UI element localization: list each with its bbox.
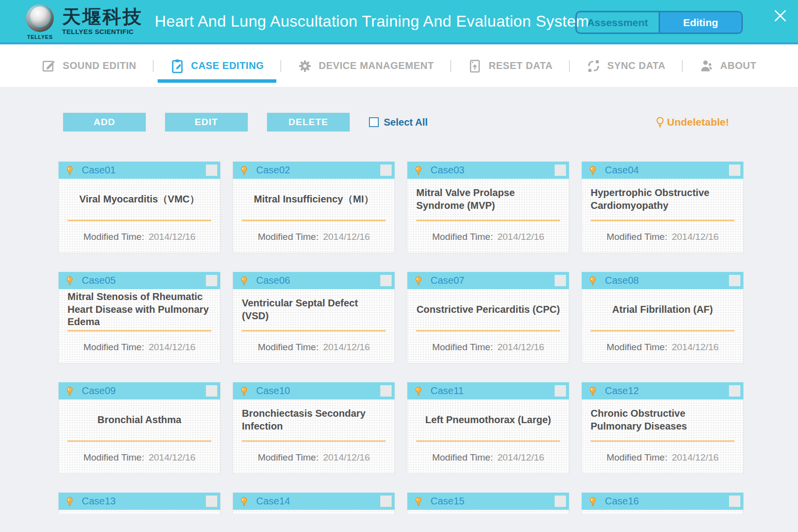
nav-item-about[interactable]: ABOUT [683,44,773,87]
modified-time-value: 2014/12/16 [672,342,719,353]
case-checkbox[interactable] [555,496,566,507]
lightbulb-icon [588,275,598,286]
modified-time-value: 2014/12/16 [323,342,370,353]
tellyes-logo-icon: TELLYES [25,2,55,40]
case-card[interactable]: Case01 Viral Myocarditis（VMC） Modified T… [58,162,221,253]
case-checkbox[interactable] [555,385,566,397]
assessment-tab[interactable]: Assessment [577,12,660,33]
gear-icon [298,59,312,73]
nav-item-sync-data[interactable]: SYNC DATA [570,44,682,87]
case-card[interactable]: Case02 Mitral Insufficiency（MI） Modified… [233,162,395,253]
case-checkbox[interactable] [555,275,566,286]
lightbulb-icon [65,165,75,176]
modified-time-value: 2014/12/16 [149,452,196,463]
case-card[interactable]: Case15 Modified Time: [407,493,569,514]
case-checkbox[interactable] [206,385,217,397]
modified-time-label: Modified Time: [432,452,493,463]
modified-time-label: Modified Time: [432,342,493,353]
add-button[interactable]: ADD [63,113,146,132]
case-title: Atrial Fibrillation (AF) [612,303,713,316]
case-checkbox[interactable] [555,165,566,176]
lightbulb-icon [588,496,598,507]
nav-item-case-editing[interactable]: CASE EDITING [154,44,280,87]
case-title: Ventricular Septal Defect (VSD) [242,297,386,322]
nav-item-reset-data[interactable]: RESET DATA [451,44,569,87]
modified-time-label: Modified Time: [606,452,667,463]
case-card[interactable]: Case16 Modified Time: [581,493,744,514]
case-checkbox[interactable] [729,385,740,397]
case-card-body: Bronchiectasis Secondary Infection Modif… [233,399,395,473]
case-card-body: Modified Time: [233,510,395,514]
case-checkbox[interactable] [380,496,392,507]
case-card[interactable]: Case12 Chronic Obstructive Pulmonary Dis… [581,382,744,474]
case-card[interactable]: Case13 Modified Time: [58,493,221,514]
case-checkbox[interactable] [380,165,392,176]
case-card[interactable]: Case11 Left Pneumothorax (Large) Modifie… [407,382,569,474]
case-id-label: Case12 [605,385,639,397]
case-card[interactable]: Case10 Bronchiectasis Secondary Infectio… [233,382,395,474]
case-card-body: Modified Time: [59,510,220,514]
case-card-header: Case01 [59,162,220,179]
case-checkbox[interactable] [729,165,740,176]
case-title: Mitral Valve Prolapse Syndrome (MVP) [416,187,560,212]
app-title: Heart And Lung Auscultation Training And… [155,12,589,31]
select-all-checkbox[interactable] [369,117,379,127]
modified-time-label: Modified Time: [83,232,144,242]
case-card-body: Constrictive Pericarditis (CPC) Modified… [407,289,569,363]
modified-time-label: Modified Time: [606,342,667,353]
modified-time-label: Modified Time: [606,232,667,242]
edit-button[interactable]: EDIT [165,113,248,132]
nav-item-label: SYNC DATA [607,60,665,71]
case-checkbox[interactable] [380,385,392,397]
modified-time-label: Modified Time: [83,342,144,353]
modified-time-value: 2014/12/16 [672,232,719,242]
nav-items: SOUND EDITIN CASE EDITING DEVICE MANAGEM… [25,44,772,87]
lightbulb-icon [413,386,424,397]
case-card-body: Bronchial Asthma Modified Time: 2014/12/… [59,399,220,473]
case-card-body: Viral Myocarditis（VMC） Modified Time: 20… [59,179,220,253]
modified-time-label: Modified Time: [258,232,319,242]
case-card[interactable]: Case09 Bronchial Asthma Modified Time: 2… [58,382,221,474]
case-card[interactable]: Case14 Modified Time: [233,493,395,514]
case-id-label: Case01 [82,165,116,176]
case-checkbox[interactable] [206,275,217,286]
nav-item-label: CASE EDITING [191,60,264,71]
clipboard-pencil-icon [170,59,185,73]
modified-time-label: Modified Time: [432,232,493,242]
case-title: Mitral Insufficiency（MI） [254,193,373,205]
case-card[interactable]: Case07 Constrictive Pericarditis (CPC) M… [407,272,569,364]
topbar: TELLYES 天堰科技 TELLYES SCIENTIFIC Heart An… [0,0,798,44]
case-checkbox[interactable] [206,165,217,176]
case-card-header: Case05 [59,272,220,289]
case-card-body: Modified Time: [407,510,569,514]
brand-name-chinese: 天堰科技 [62,7,143,26]
case-card[interactable]: Case08 Atrial Fibrillation (AF) Modified… [581,272,744,364]
case-card-body: Mitral Insufficiency（MI） Modified Time: … [233,179,395,253]
case-id-label: Case11 [431,385,464,397]
case-checkbox[interactable] [206,496,217,507]
lightbulb-icon [654,116,666,128]
case-card-body: Left Pneumothorax (Large) Modified Time:… [407,399,569,473]
case-card-header: Case12 [582,382,743,399]
case-card[interactable]: Case05 Mitral Stenosis of Rheumatic Hear… [58,272,221,364]
lightbulb-icon [239,165,249,176]
case-card[interactable]: Case06 Ventricular Septal Defect (VSD) M… [233,272,395,364]
lightbulb-icon [65,386,75,397]
case-card-header: Case11 [407,382,569,399]
close-button[interactable] [772,8,788,24]
case-card[interactable]: Case04 Hypertrophic Obstructive Cardiomy… [581,162,744,253]
case-card-header: Case04 [582,162,743,179]
case-checkbox[interactable] [380,275,392,286]
nav-item-sound-editin[interactable]: SOUND EDITIN [25,44,152,87]
case-title: Hypertrophic Obstructive Cardiomyopathy [591,187,734,212]
lightbulb-icon [239,275,249,286]
case-checkbox[interactable] [729,275,740,286]
editing-tab[interactable]: Editing [660,12,742,33]
case-checkbox[interactable] [729,496,740,507]
nav-item-device-management[interactable]: DEVICE MANAGEMENT [281,44,450,87]
mode-toggle: Assessment Editing [575,11,743,34]
delete-button[interactable]: DELETE [267,113,350,132]
case-card-body: Chronic Obstructive Pulmonary Diseases M… [582,399,743,473]
case-card[interactable]: Case03 Mitral Valve Prolapse Syndrome (M… [407,162,569,253]
lightbulb-icon [413,275,424,286]
